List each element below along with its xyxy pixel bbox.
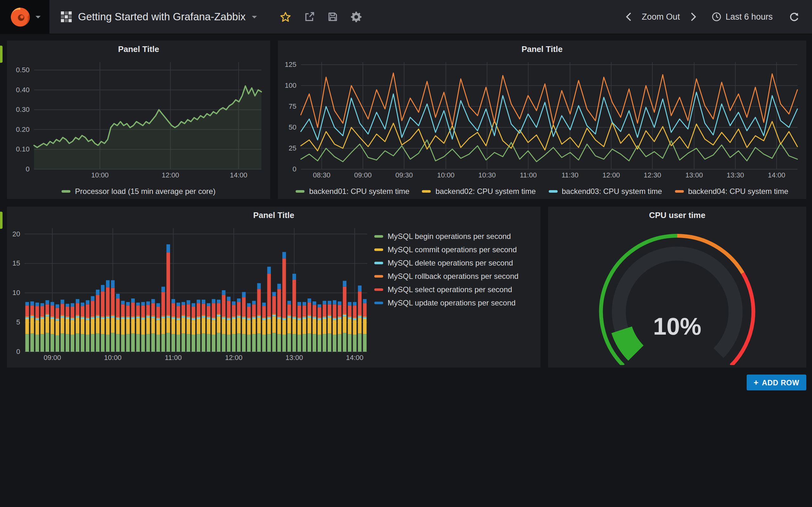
legend-item[interactable]: MySQL delete operations per second	[374, 259, 534, 268]
panel-legend: Processor load (15 min average per core)	[7, 187, 270, 196]
legend-swatch-icon	[548, 190, 557, 193]
bar-segment	[317, 335, 321, 352]
legend-item[interactable]: Processor load (15 min average per core)	[62, 187, 216, 196]
legend-item[interactable]: MySQL update operations per second	[374, 298, 534, 307]
bar-segment	[55, 318, 59, 319]
y-axis-label: 0.50	[16, 66, 30, 74]
x-axis-label: 13:00	[686, 171, 703, 179]
row-toggle-strip[interactable]	[0, 46, 3, 63]
bar-segment	[66, 319, 69, 334]
add-row-button[interactable]: + ADD ROW	[747, 375, 806, 390]
bar-segment	[116, 320, 119, 334]
grafana-logo-icon	[9, 6, 31, 27]
bar-segment	[61, 300, 64, 304]
panel-title[interactable]: CPU user time	[548, 207, 806, 224]
bar-segment	[237, 318, 241, 333]
settings-button[interactable]	[347, 9, 365, 25]
bar-segment	[257, 333, 261, 352]
bar-segment	[333, 335, 336, 352]
legend-item[interactable]: backend03: CPU system time	[548, 187, 662, 196]
refresh-button[interactable]	[785, 9, 803, 24]
bar-segment	[338, 317, 341, 319]
bar-segment	[91, 317, 94, 319]
legend-label: backend02: CPU system time	[436, 187, 536, 196]
x-axis-label: 12:00	[162, 171, 179, 179]
bar-segment	[217, 333, 220, 352]
bar-segment	[317, 304, 321, 307]
bar-segment	[31, 318, 34, 333]
bar-plot: 09:0010:0011:0012:0013:0014:0005101520	[9, 224, 372, 362]
bar-segment	[31, 301, 34, 305]
x-axis-label: 13:30	[727, 171, 744, 179]
x-axis-label: 11:00	[165, 354, 182, 361]
star-button[interactable]	[276, 9, 295, 25]
legend-item[interactable]: backend01: CPU system time	[296, 187, 409, 196]
bar-segment	[287, 333, 291, 352]
bar-segment	[50, 317, 54, 319]
gauge-value-arc	[622, 330, 636, 353]
bar-segment	[267, 319, 270, 334]
bar-segment	[242, 292, 246, 297]
bar-segment	[312, 317, 316, 319]
bar-segment	[282, 317, 286, 319]
bar-segment	[116, 298, 119, 317]
panel-title[interactable]: Panel Title	[7, 207, 541, 224]
bar-segment	[45, 300, 49, 304]
bar-segment	[303, 319, 306, 334]
bar-segment	[26, 334, 29, 352]
bar-segment	[287, 316, 291, 318]
bar-segment	[298, 305, 301, 317]
row-toggle-strip[interactable]	[0, 212, 3, 229]
caret-down-icon	[252, 15, 257, 18]
bar-segment	[272, 296, 275, 314]
bar-segment	[45, 333, 49, 352]
legend-item[interactable]: backend02: CPU system time	[422, 187, 536, 196]
bar-segment	[328, 333, 331, 352]
bar-segment	[126, 319, 130, 334]
bar-segment	[182, 302, 185, 305]
dashboard-title-dropdown[interactable]: Getting Started with Grafana-Zabbix	[49, 0, 268, 34]
bar-segment	[293, 334, 296, 352]
bar-segment	[187, 304, 190, 316]
bar-segment	[101, 317, 104, 319]
time-shift-forward-button[interactable]	[686, 9, 700, 24]
bar-segment	[348, 317, 351, 319]
legend-item[interactable]: MySQL commit operations per second	[374, 245, 534, 254]
bar-chart-mysql-operations[interactable]: 09:0010:0011:0012:0013:0014:0005101520	[9, 224, 372, 362]
panel-title[interactable]: Panel Title	[278, 41, 806, 58]
grafana-main-menu[interactable]	[0, 0, 49, 34]
bar-segment	[303, 302, 306, 305]
bar-segment	[242, 319, 246, 334]
zoom-out-button[interactable]: Zoom Out	[638, 9, 683, 24]
bar-segment	[353, 319, 357, 320]
time-shift-back-button[interactable]	[621, 9, 635, 24]
legend-item[interactable]: backend04: CPU system time	[675, 187, 788, 196]
legend-item[interactable]: MySQL select operations per second	[374, 285, 534, 294]
save-button[interactable]	[323, 9, 342, 25]
bar-segment	[26, 319, 29, 334]
bar-segment	[176, 335, 180, 352]
bar-segment	[61, 318, 64, 333]
bar-segment	[277, 319, 281, 334]
bar-segment	[166, 333, 170, 352]
bar-segment	[262, 320, 266, 335]
line-chart-processor-load[interactable]: 10:0012:0014:0000.100.200.300.400.50	[11, 58, 266, 180]
bar-segment	[227, 317, 230, 319]
bar-segment	[111, 316, 114, 318]
y-axis-label: 0.20	[16, 125, 30, 133]
panel-title[interactable]: Panel Title	[7, 41, 270, 58]
share-button[interactable]	[300, 9, 318, 25]
bar-segment	[317, 317, 321, 319]
save-icon	[327, 11, 338, 22]
legend-swatch-icon	[374, 262, 383, 264]
line-chart-cpu-system-time[interactable]: 08:3009:0009:3010:0010:3011:0011:3012:00…	[282, 58, 803, 180]
legend-item[interactable]: MySQL begin operations per second	[374, 232, 534, 241]
bar-segment	[116, 334, 119, 352]
bar-segment	[257, 315, 261, 316]
time-range-picker[interactable]: Last 6 hours	[708, 9, 776, 24]
legend-swatch-icon	[374, 235, 383, 238]
bar-segment	[212, 320, 215, 335]
y-axis-label: 75	[289, 102, 296, 110]
legend-item[interactable]: MySQL rollback operations per second	[374, 272, 534, 281]
bar-segment	[86, 320, 89, 335]
